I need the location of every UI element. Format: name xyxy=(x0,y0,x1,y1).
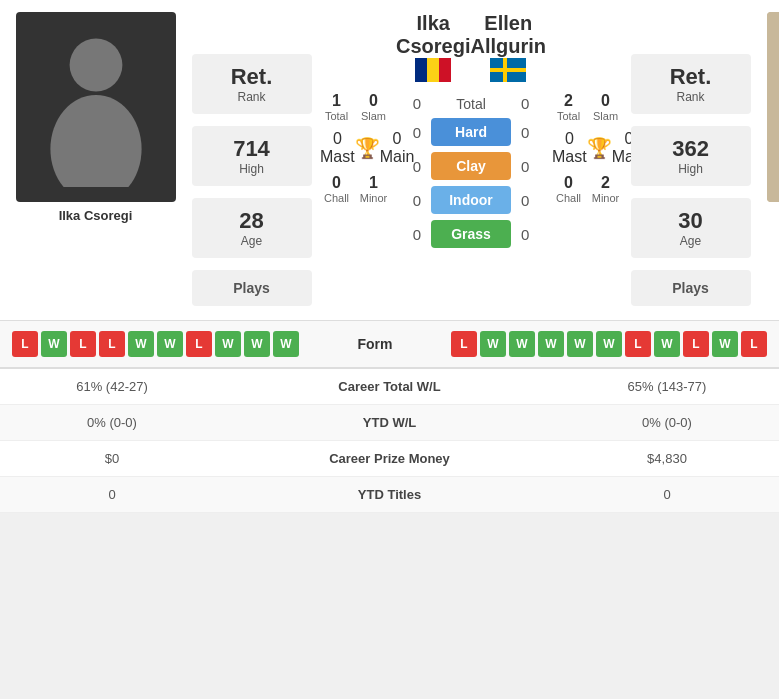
left-player-section: Ilka Csoregi xyxy=(8,12,183,312)
form-pill-right: L xyxy=(683,331,709,357)
grass-score-left: 0 xyxy=(396,226,431,243)
left-trophy-row: 0 Mast 🏆 0 Main xyxy=(320,130,390,166)
grass-score-right: 0 xyxy=(511,226,546,243)
stats-row: 0% (0-0)YTD W/L0% (0-0) xyxy=(0,405,779,441)
stats-row-right-value: $4,830 xyxy=(567,451,767,466)
grass-row: 0 Grass 0 xyxy=(396,220,546,248)
stats-row: $0Career Prize Money$4,830 xyxy=(0,441,779,477)
left-age-box: 28 Age xyxy=(192,198,312,258)
form-pill-right: L xyxy=(625,331,651,357)
hard-button[interactable]: Hard xyxy=(431,118,511,146)
clay-score-right: 0 xyxy=(511,158,546,175)
right-mini-stats: 2 Total 0 Slam 0 Mast 🏆 0 Main xyxy=(552,12,622,312)
total-score-left: 0 xyxy=(396,95,431,112)
left-rank-label: Rank xyxy=(212,90,292,104)
form-pill-right: W xyxy=(712,331,738,357)
svg-rect-3 xyxy=(427,58,439,82)
left-player-name-header: Ilka Csoregi xyxy=(396,12,470,58)
right-stats-column: Ret. Rank 362 High 30 Age Plays xyxy=(628,12,753,312)
form-pill-left: L xyxy=(186,331,212,357)
right-player-photo xyxy=(767,12,779,202)
left-rank-value: Ret. xyxy=(212,64,292,90)
stats-row-label: Career Total W/L xyxy=(212,379,567,394)
form-pill-left: W xyxy=(244,331,270,357)
left-high-label: High xyxy=(212,162,292,176)
svg-rect-6 xyxy=(490,68,526,72)
left-trophy-icon: 🏆 xyxy=(355,136,380,160)
left-chall-minor: 0 Chall 1 Minor xyxy=(320,174,390,204)
player-names-header: Ilka Csoregi Ellen Allgurin xyxy=(396,12,546,86)
right-trophy-icon: 🏆 xyxy=(587,136,612,160)
clay-row: 0 Clay 0 xyxy=(396,152,546,180)
hard-score-right: 0 xyxy=(511,124,546,141)
right-flag xyxy=(490,58,526,82)
form-pills-left: LWLLWWLWWW xyxy=(12,331,299,357)
form-pill-right: W xyxy=(596,331,622,357)
right-high-box: 362 High xyxy=(631,126,751,186)
stats-row-label: Career Prize Money xyxy=(212,451,567,466)
indoor-score-left: 0 xyxy=(396,192,431,209)
form-pill-left: W xyxy=(273,331,299,357)
stats-row-right-value: 65% (143-77) xyxy=(567,379,767,394)
form-pill-left: L xyxy=(70,331,96,357)
clay-button[interactable]: Clay xyxy=(431,152,511,180)
hard-score-left: 0 xyxy=(396,124,431,141)
content-row: Ilka Csoregi Ret. Rank 714 High 28 Age P… xyxy=(0,0,779,320)
right-plays-box: Plays xyxy=(631,270,751,306)
stats-row: 0YTD Titles0 xyxy=(0,477,779,513)
left-player-photo xyxy=(16,12,176,202)
left-stats-column: Ret. Rank 714 High 28 Age Plays xyxy=(189,12,314,312)
hard-row: 0 Hard 0 xyxy=(396,118,546,146)
form-pill-right: L xyxy=(741,331,767,357)
stats-row-left-value: 0% (0-0) xyxy=(12,415,212,430)
svg-rect-4 xyxy=(439,58,451,82)
form-label: Form xyxy=(305,336,445,352)
form-pill-left: L xyxy=(99,331,125,357)
stats-row-left-value: 0 xyxy=(12,487,212,502)
left-player-name: Ilka Csoregi xyxy=(59,208,133,223)
indoor-button[interactable]: Indoor xyxy=(431,186,511,214)
form-pill-right: L xyxy=(451,331,477,357)
form-pill-right: W xyxy=(480,331,506,357)
total-score-right: 0 xyxy=(511,95,546,112)
left-high-value: 714 xyxy=(212,136,292,162)
main-container: Ilka Csoregi Ret. Rank 714 High 28 Age P… xyxy=(0,0,779,513)
right-age-box: 30 Age xyxy=(631,198,751,258)
right-plays-label: Plays xyxy=(651,280,731,296)
stats-row-label: YTD Titles xyxy=(212,487,567,502)
form-pills-right: LWWWWWLWLWL xyxy=(451,331,767,357)
left-age-value: 28 xyxy=(212,208,292,234)
stats-row-right-value: 0% (0-0) xyxy=(567,415,767,430)
left-high-box: 714 High xyxy=(192,126,312,186)
left-mini-stats: 1 Total 0 Slam 0 Mast 🏆 0 Main xyxy=(320,12,390,312)
svg-rect-8 xyxy=(767,12,779,202)
total-row: 0 Total 0 xyxy=(396,95,546,112)
right-player-name-header: Ellen Allgurin xyxy=(470,12,546,58)
right-age-label: Age xyxy=(651,234,731,248)
right-high-value: 362 xyxy=(651,136,731,162)
right-rank-value: Ret. xyxy=(651,64,731,90)
left-slam-stat: 0 Slam xyxy=(357,92,390,122)
stats-row-left-value: $0 xyxy=(12,451,212,466)
left-age-label: Age xyxy=(212,234,292,248)
grass-button[interactable]: Grass xyxy=(431,220,511,248)
stats-row: 61% (42-27)Career Total W/L65% (143-77) xyxy=(0,369,779,405)
form-pill-right: W xyxy=(538,331,564,357)
indoor-score-right: 0 xyxy=(511,192,546,209)
form-section: LWLLWWLWWW Form LWWWWWLWLWL xyxy=(0,320,779,367)
stats-row-right-value: 0 xyxy=(567,487,767,502)
form-pill-left: W xyxy=(215,331,241,357)
indoor-row: 0 Indoor 0 xyxy=(396,186,546,214)
right-total-stat: 2 Total xyxy=(552,92,585,122)
stats-row-label: YTD W/L xyxy=(212,415,567,430)
svg-rect-7 xyxy=(503,58,507,82)
right-age-value: 30 xyxy=(651,208,731,234)
stats-row-left-value: 61% (42-27) xyxy=(12,379,212,394)
svg-point-0 xyxy=(69,39,122,92)
left-plays-label: Plays xyxy=(212,280,292,296)
form-pill-right: W xyxy=(509,331,535,357)
right-slam-stat: 0 Slam xyxy=(589,92,622,122)
right-trophy-row: 0 Mast 🏆 0 Main xyxy=(552,130,622,166)
svg-rect-2 xyxy=(415,58,427,82)
right-rank-label: Rank xyxy=(651,90,731,104)
